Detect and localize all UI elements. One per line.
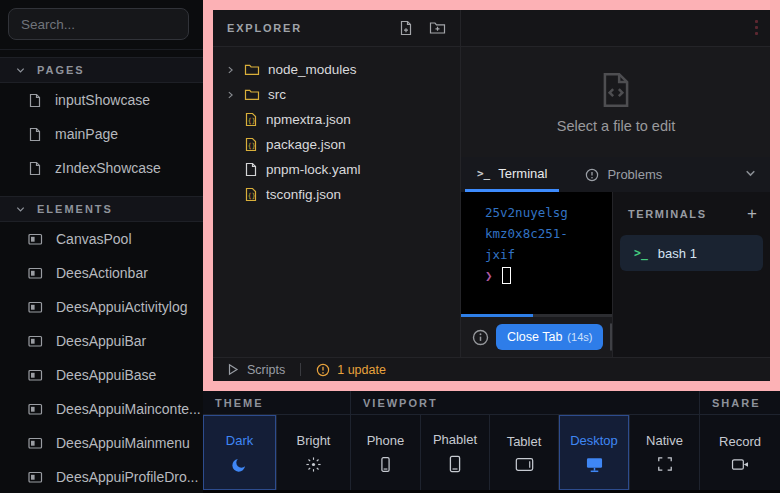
json-file-icon: {} (244, 137, 258, 152)
sidebar-section-pages[interactable]: PAGES (0, 57, 203, 83)
share-record-button[interactable]: Record (700, 415, 780, 490)
file-icon (244, 162, 258, 177)
tree-item-node-modules[interactable]: node_modules (213, 57, 460, 82)
tree-item-npmextra-json[interactable]: {} npmextra.json (213, 107, 460, 132)
tree-item-src[interactable]: src (213, 82, 460, 107)
sidebar-item-inputshowcase[interactable]: inputShowcase (0, 83, 203, 117)
sidebar-item-zindexshowcase[interactable]: zIndexShowcase (0, 151, 203, 185)
sidebar-item-deesappuibase[interactable]: DeesAppuiBase (0, 358, 203, 392)
theme-bright-button[interactable]: Bright (277, 415, 351, 490)
element-icon (28, 301, 43, 314)
theme-dark-button[interactable]: Dark (203, 415, 277, 490)
chevron-right-icon (226, 65, 235, 75)
tree-item-tsconfig-json[interactable]: {} tsconfig.json (213, 182, 460, 207)
tab-terminal[interactable]: >_ Terminal (465, 157, 559, 192)
tree-item-pnpm-lock-yaml[interactable]: pnpm-lock.yaml (213, 157, 460, 182)
terminal-line: kmz0x8c251- (485, 223, 612, 244)
kebab-menu-icon[interactable] (755, 20, 758, 35)
scripts-label: Scripts (247, 363, 285, 377)
svg-text:{}: {} (247, 142, 255, 150)
close-tab-label: Close Tab (507, 330, 562, 344)
file-label: npmextra.json (266, 112, 351, 127)
explorer-header: EXPLORER (213, 10, 460, 47)
new-file-button[interactable] (398, 20, 414, 36)
sun-icon (305, 456, 322, 473)
folder-icon (244, 88, 260, 101)
highlight-frame: EXPLORER node_modules src (203, 0, 780, 391)
item-label: DeesAppuiBase (56, 367, 156, 383)
divider (0, 49, 203, 50)
new-file-icon (398, 20, 414, 36)
element-icon (28, 403, 43, 416)
sidebar-item-deesappuimainmenu[interactable]: DeesAppuiMainmenu (0, 426, 203, 460)
item-label: CanvasPool (56, 231, 132, 247)
close-tab-countdown: (14s) (567, 331, 592, 343)
viewport-phone-button[interactable]: Phone (351, 415, 421, 490)
folder-icon (244, 63, 260, 76)
item-label: zIndexShowcase (55, 160, 161, 176)
elements-list: CanvasPool DeesActionbar DeesAppuiActivi… (0, 222, 203, 493)
collapse-panel-button[interactable] (744, 166, 757, 184)
file-label: src (268, 87, 286, 102)
info-icon[interactable] (472, 329, 489, 346)
element-icon (28, 335, 43, 348)
new-folder-icon (429, 20, 446, 35)
close-tab-row: Close Tab(14s) (461, 317, 612, 357)
terminals-title: TERMINALS (628, 208, 707, 220)
moon-icon (231, 456, 248, 473)
sidebar-item-mainpage[interactable]: mainPage (0, 117, 203, 151)
sidebar-item-canvaspool[interactable]: CanvasPool (0, 222, 203, 256)
cell-label: Dark (226, 433, 253, 448)
sidebar-item-deesappuibar[interactable]: DeesAppuiBar (0, 324, 203, 358)
terminal-line: 25v2nuyelsg (485, 202, 612, 223)
scripts-button[interactable]: Scripts (227, 363, 285, 377)
cell-label: Phablet (433, 432, 477, 447)
editor-column: Select a file to edit >_ Terminal Proble… (460, 10, 770, 357)
editor-empty-state: Select a file to edit (461, 47, 770, 157)
update-notice[interactable]: 1 update (316, 363, 386, 377)
sidebar-item-deesappuimaincontent[interactable]: DeesAppuiMainconte... (0, 392, 203, 426)
file-label: pnpm-lock.yaml (266, 162, 361, 177)
sidebar-item-deesappuiprofiledropdown[interactable]: DeesAppuiProfileDro... (0, 460, 203, 493)
theme-section-header: THEME (203, 391, 351, 414)
problems-icon (585, 168, 599, 182)
editor-topbar (461, 10, 770, 47)
sidebar-section-elements[interactable]: ELEMENTS (0, 196, 203, 222)
native-icon (657, 456, 673, 472)
terminal-session-bash1[interactable]: >_ bash 1 (620, 235, 763, 271)
viewport-tablet-button[interactable]: Tablet (490, 415, 559, 490)
new-folder-button[interactable] (429, 20, 446, 36)
sidebar-item-deesappuiactivitylog[interactable]: DeesAppuiActivitylog (0, 290, 203, 324)
terminal-prompt: ❯ (485, 265, 493, 286)
tree-item-package-json[interactable]: {} package.json (213, 132, 460, 157)
terminal-tabbar: >_ Terminal Problems (461, 157, 770, 192)
svg-text:{}: {} (247, 192, 255, 200)
explorer-panel: EXPLORER node_modules src (213, 10, 460, 357)
pages-list: inputShowcase mainPage zIndexShowcase (0, 83, 203, 185)
element-icon (28, 437, 43, 450)
dev-statusbar: Scripts 1 update (213, 357, 770, 381)
terminal-icon: >_ (634, 246, 648, 260)
update-label: 1 update (337, 363, 386, 377)
tab-problems[interactable]: Problems (573, 157, 674, 192)
svg-text:{}: {} (247, 117, 255, 125)
item-label: DeesAppuiActivitylog (56, 299, 188, 315)
terminal-line: jxif (485, 244, 612, 265)
terminal-pane: 25v2nuyelsg kmz0x8c251- jxif ❯ Close Tab… (461, 192, 612, 357)
cell-label: Bright (297, 433, 331, 448)
add-terminal-button[interactable]: + (747, 205, 757, 222)
viewport-desktop-button[interactable]: Desktop (559, 415, 630, 490)
viewport-section-header: VIEWPORT (351, 391, 700, 414)
terminal-icon: >_ (477, 167, 490, 180)
viewport-native-button[interactable]: Native (630, 415, 700, 490)
item-label: DeesAppuiMainmenu (56, 435, 190, 451)
chevron-right-icon (226, 90, 235, 100)
desktop-icon (585, 456, 604, 473)
item-label: mainPage (55, 126, 118, 142)
terminal-output[interactable]: 25v2nuyelsg kmz0x8c251- jxif ❯ (461, 192, 612, 314)
search-input[interactable] (8, 8, 189, 40)
sidebar-item-deesactionbar[interactable]: DeesActionbar (0, 256, 203, 290)
json-file-icon: {} (244, 187, 258, 202)
close-tab-button[interactable]: Close Tab(14s) (496, 324, 603, 350)
viewport-phablet-button[interactable]: Phablet (421, 415, 490, 490)
